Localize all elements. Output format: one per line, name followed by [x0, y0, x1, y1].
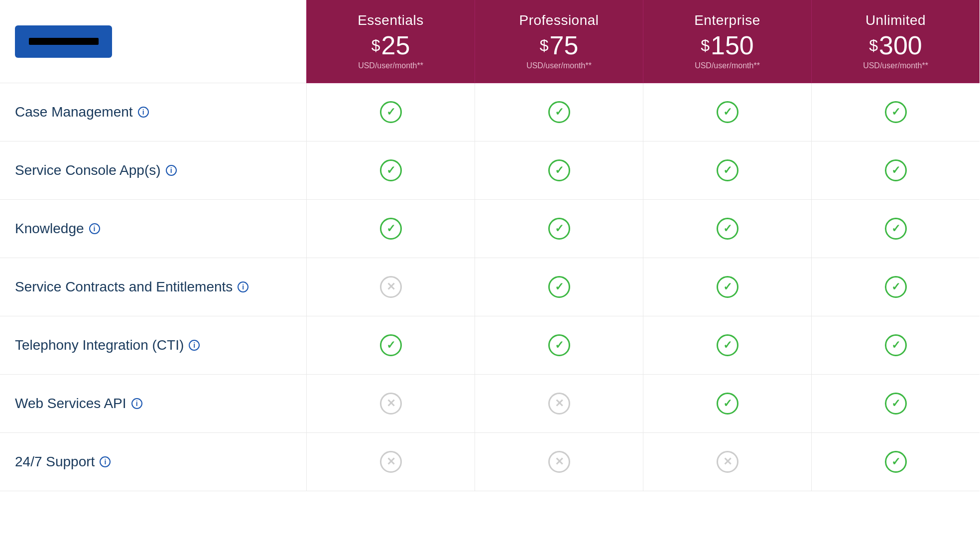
check-yes-icon: [885, 159, 907, 181]
check-no-icon: [548, 393, 570, 415]
feature-label-service-console: Service Console App(s) i: [0, 141, 306, 200]
plan-period-essentials: USD/user/month**: [317, 61, 465, 70]
feature-name-web-services: Web Services API: [15, 396, 126, 412]
feature-value-service-contracts-professional: [475, 258, 643, 316]
feature-name-knowledge: Knowledge: [15, 221, 84, 237]
info-icon-service-contracts[interactable]: i: [238, 281, 248, 292]
plan-price-enterprise: $150: [653, 32, 801, 58]
feature-value-service-console-essentials: [306, 141, 475, 200]
logo-button[interactable]: [15, 25, 112, 58]
plan-name-unlimited: Unlimited: [822, 12, 970, 28]
feature-label-service-contracts: Service Contracts and Entitlements i: [0, 258, 306, 316]
check-yes-icon: [885, 276, 907, 298]
currency-enterprise: $: [701, 37, 710, 53]
check-yes-icon: [717, 276, 738, 298]
check-no-icon: [380, 393, 402, 415]
feature-label-telephony: Telephony Integration (CTI) i: [0, 316, 306, 375]
feature-label-case-management: Case Management i: [0, 83, 306, 141]
check-no-icon: [380, 276, 402, 298]
check-yes-icon: [717, 218, 738, 240]
info-icon-knowledge[interactable]: i: [89, 223, 100, 234]
check-yes-icon: [885, 451, 907, 473]
plan-name-professional: Professional: [485, 12, 633, 28]
feature-name-telephony: Telephony Integration (CTI): [15, 337, 184, 353]
feature-value-knowledge-unlimited: [811, 200, 980, 258]
feature-value-case-management-professional: [475, 83, 643, 141]
feature-label-web-services: Web Services API i: [0, 375, 306, 433]
logo-bar: [29, 38, 99, 45]
check-yes-icon: [885, 393, 907, 415]
check-no-icon: [548, 451, 570, 473]
feature-value-web-services-essentials: [306, 375, 475, 433]
feature-value-service-console-unlimited: [811, 141, 980, 200]
plan-period-enterprise: USD/user/month**: [653, 61, 801, 70]
check-yes-icon: [885, 101, 907, 123]
info-icon-support[interactable]: i: [100, 456, 111, 467]
plan-price-unlimited: $300: [822, 32, 970, 58]
feature-value-web-services-unlimited: [811, 375, 980, 433]
check-yes-icon: [548, 101, 570, 123]
feature-value-service-console-enterprise: [643, 141, 811, 200]
pricing-table: Essentials $25 USD/user/month** Professi…: [0, 0, 980, 555]
feature-value-telephony-enterprise: [643, 316, 811, 375]
plan-header-enterprise: Enterprise $150 USD/user/month**: [643, 0, 811, 83]
check-yes-icon: [717, 101, 738, 123]
check-yes-icon: [885, 218, 907, 240]
plan-period-professional: USD/user/month**: [485, 61, 633, 70]
feature-value-support-enterprise: [643, 433, 811, 491]
check-yes-icon: [885, 334, 907, 356]
check-yes-icon: [548, 218, 570, 240]
plan-price-essentials: $25: [317, 32, 465, 58]
feature-value-service-contracts-essentials: [306, 258, 475, 316]
feature-value-knowledge-essentials: [306, 200, 475, 258]
check-yes-icon: [380, 101, 402, 123]
check-yes-icon: [717, 159, 738, 181]
info-icon-case-management[interactable]: i: [138, 107, 149, 118]
feature-label-knowledge: Knowledge i: [0, 200, 306, 258]
check-yes-icon: [717, 393, 738, 415]
feature-value-case-management-essentials: [306, 83, 475, 141]
check-no-icon: [717, 451, 738, 473]
plan-name-essentials: Essentials: [317, 12, 465, 28]
feature-value-support-essentials: [306, 433, 475, 491]
check-yes-icon: [717, 334, 738, 356]
feature-value-service-contracts-enterprise: [643, 258, 811, 316]
plan-header-professional: Professional $75 USD/user/month**: [475, 0, 643, 83]
feature-value-service-console-professional: [475, 141, 643, 200]
info-icon-telephony[interactable]: i: [189, 340, 200, 351]
header-logo-cell: [0, 0, 306, 83]
plan-price-professional: $75: [485, 32, 633, 58]
feature-name-service-contracts: Service Contracts and Entitlements: [15, 279, 233, 295]
check-yes-icon: [380, 218, 402, 240]
currency-essentials: $: [371, 37, 380, 53]
plan-header-unlimited: Unlimited $300 USD/user/month**: [811, 0, 980, 83]
feature-value-knowledge-professional: [475, 200, 643, 258]
check-yes-icon: [380, 159, 402, 181]
plan-header-essentials: Essentials $25 USD/user/month**: [306, 0, 475, 83]
feature-value-support-unlimited: [811, 433, 980, 491]
table-grid: Essentials $25 USD/user/month** Professi…: [0, 0, 980, 491]
currency-professional: $: [540, 37, 549, 53]
feature-value-service-contracts-unlimited: [811, 258, 980, 316]
feature-value-web-services-professional: [475, 375, 643, 433]
check-yes-icon: [548, 276, 570, 298]
check-yes-icon: [380, 334, 402, 356]
feature-value-case-management-enterprise: [643, 83, 811, 141]
feature-name-service-console: Service Console App(s): [15, 162, 161, 178]
feature-value-case-management-unlimited: [811, 83, 980, 141]
check-no-icon: [380, 451, 402, 473]
feature-value-telephony-essentials: [306, 316, 475, 375]
plan-name-enterprise: Enterprise: [653, 12, 801, 28]
feature-value-support-professional: [475, 433, 643, 491]
info-icon-web-services[interactable]: i: [131, 398, 142, 409]
feature-value-telephony-professional: [475, 316, 643, 375]
feature-name-support: 24/7 Support: [15, 454, 95, 470]
feature-label-support: 24/7 Support i: [0, 433, 306, 491]
check-yes-icon: [548, 334, 570, 356]
info-icon-service-console[interactable]: i: [166, 165, 177, 176]
feature-value-web-services-enterprise: [643, 375, 811, 433]
feature-value-telephony-unlimited: [811, 316, 980, 375]
currency-unlimited: $: [869, 37, 878, 53]
feature-name-case-management: Case Management: [15, 104, 133, 120]
check-yes-icon: [548, 159, 570, 181]
